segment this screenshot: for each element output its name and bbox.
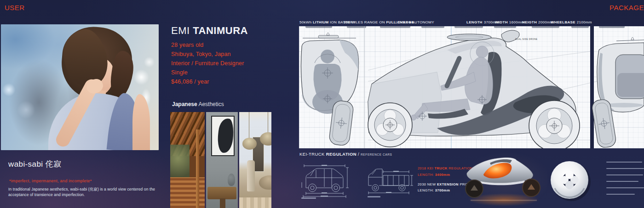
stone-basin	[259, 175, 271, 190]
persona-income: $46,086 / year	[171, 77, 244, 86]
persona-age: 28 years old	[171, 40, 244, 50]
aesthetics-title-rest: Aesthetics	[197, 101, 224, 107]
persona-last-name: TANIMURA	[193, 25, 248, 36]
aesthetics-title: Japanese Aesthetics	[172, 101, 224, 107]
ink-art-frame	[211, 116, 235, 156]
blueprint-kei-truck	[364, 166, 415, 197]
wabi-sabi-quote: *imperfect, impermanent, and incomplete*	[9, 179, 92, 183]
lamp-cord	[249, 112, 249, 141]
aesthetics-title-bold: Japanese	[172, 101, 197, 107]
persona-occupation: Interior / Furniture Designer	[171, 59, 244, 68]
persona-first-name: EMI	[171, 25, 190, 36]
bench-leg	[220, 198, 225, 208]
dimension-width: WIDTH1600mm	[495, 20, 524, 24]
spec-autonomy: LEVEL 4 AUTONOMY	[396, 20, 434, 24]
user-section-label: USER	[5, 4, 25, 11]
persona-arm-right	[132, 94, 150, 150]
wood-floor	[239, 197, 271, 208]
pedestal-sink	[247, 160, 255, 192]
fine-print-line	[606, 181, 638, 182]
blueprint-truck-caption	[368, 196, 380, 197]
ink-blob	[216, 118, 235, 153]
aesthetics-image-interior	[239, 112, 271, 208]
wood-bench	[207, 187, 236, 199]
regulation-2018-length: LENGTH: 3400mm	[418, 173, 450, 177]
wabi-sabi-title: wabi-sabi 侘寂	[8, 159, 61, 169]
fine-print-line	[606, 194, 635, 195]
dimension-height: HEIGTH2000mm	[522, 20, 553, 24]
persona-photo	[1, 24, 159, 150]
package-section-label: PACKAGE	[610, 4, 644, 11]
drone-note-text: DUAL SIDE DRONE	[515, 38, 538, 40]
kei-truck-heading: KEI-TRUCK REGULATION / REFERENCE CARS	[299, 152, 392, 157]
regulation-2030-length: LENGTH: 3700mm	[418, 188, 450, 192]
persona-location: Shibuya, Tokyo, Japan	[171, 50, 244, 59]
persona-name: EMI TANIMURA	[171, 25, 248, 37]
blueprint-kei-wagon	[299, 164, 362, 202]
wood-post	[196, 129, 200, 208]
side-view-drawing: DUAL SIDE DRONE	[368, 30, 597, 148]
fine-print-line	[606, 187, 644, 188]
front-view-drawing	[301, 33, 358, 146]
design-board: { "colors": { "accent": "#ed4526", "navy…	[0, 0, 644, 208]
dimension-wheelbase: WHEELBASE2100mm	[551, 20, 592, 24]
pendant-lamp	[242, 138, 257, 149]
fine-print-line	[606, 162, 642, 163]
dimension-length: LENGTH3700mm	[466, 20, 499, 24]
wheel-render	[547, 156, 592, 204]
stone-vase	[228, 174, 236, 186]
rear-view-drawing	[591, 37, 644, 148]
fine-print-line	[606, 174, 643, 175]
garden	[170, 145, 190, 179]
lamp-cord	[268, 112, 268, 135]
fine-print-line	[606, 168, 644, 169]
persona-status: Single	[171, 68, 244, 77]
aesthetics-image-wood-porch	[170, 112, 205, 208]
wood-deck	[170, 177, 205, 208]
concept-car-render	[462, 153, 547, 208]
wabi-sabi-description: In traditional Japanese aesthetics, wabi…	[8, 186, 162, 197]
aesthetics-image-ink-art	[206, 112, 238, 208]
package-drawing-svg: DUAL SIDE DRONE	[299, 26, 644, 148]
package-drawing-paper: DUAL SIDE DRONE	[299, 26, 644, 148]
persona-details: 28 years old Shibuya, Tokyo, Japan Inter…	[171, 40, 244, 86]
blueprint-wagon-caption	[301, 197, 316, 199]
